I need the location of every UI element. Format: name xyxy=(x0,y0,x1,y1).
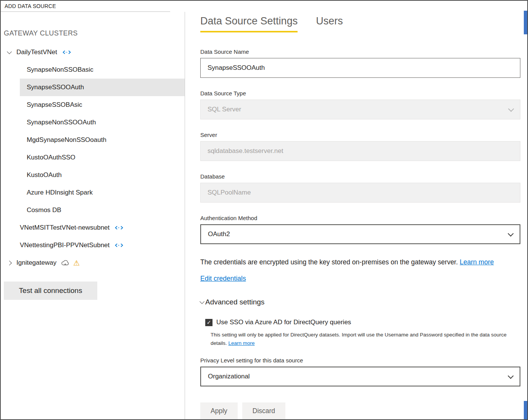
sso-learn-more-link[interactable]: Learn more xyxy=(229,340,255,346)
field-data-source-name: Data Source Name xyxy=(200,48,520,78)
data-source-name-label: Data Source Name xyxy=(200,48,520,55)
datasource-label: KustoOAuth xyxy=(27,171,62,179)
sidebar-item-synapsessooauth[interactable]: SynapseSSOOAuth xyxy=(20,79,185,96)
cluster-label: VNettestingPBI-PPVNetSubnet xyxy=(20,241,109,249)
scrollbar-top-segment[interactable] xyxy=(524,11,527,34)
cluster-label: Ignitegateway xyxy=(16,259,56,267)
sidebar-item-synapsenonssobasic[interactable]: SynapseNonSSOBasic xyxy=(20,61,185,79)
data-source-name-input[interactable] xyxy=(200,58,520,78)
chevron-down-icon[interactable] xyxy=(7,49,12,54)
cluster-label: DailyTestVNet xyxy=(16,48,57,56)
sidebar-item-cosmos-db[interactable]: Cosmos DB xyxy=(20,201,185,219)
gateway-settings-window: ADD DATA SOURCE GATEWAY CLUSTERS DailyTe… xyxy=(0,0,528,420)
field-server: Server sqldatabase.testserver.net xyxy=(200,132,520,161)
database-label: Database xyxy=(200,173,520,180)
scrollbar-bottom-segment[interactable] xyxy=(524,401,527,419)
tab-bar: Data Source Settings Users xyxy=(200,15,520,32)
datasource-label: SynapseSSOOAuth xyxy=(27,84,84,91)
field-authentication-method: Authentication Method OAuth2 xyxy=(200,215,520,244)
vnet-link-icon xyxy=(114,243,124,248)
sso-note: This setting will only be applied for Di… xyxy=(211,331,520,347)
action-buttons: Apply Discard xyxy=(200,402,520,420)
discard-button[interactable]: Discard xyxy=(242,402,285,420)
field-database: Database SQLPoolName xyxy=(200,173,520,203)
field-privacy-level: Privacy Level setting for this data sour… xyxy=(200,357,520,386)
data-source-type-select: SQL Server xyxy=(200,100,520,119)
gateway-clusters-heading: GATEWAY CLUSTERS xyxy=(4,29,185,37)
sidebar-item-azure-hdinsight-spark[interactable]: Azure HDInsight Spark xyxy=(20,184,185,201)
page-title: ADD DATA SOURCE xyxy=(1,1,170,12)
test-all-connections-button[interactable]: Test all connections xyxy=(4,282,97,300)
chevron-down-icon xyxy=(200,299,204,304)
main-panel: Data Source Settings Users Data Source N… xyxy=(200,1,520,420)
chevron-down-icon xyxy=(508,230,514,237)
chevron-down-icon xyxy=(508,373,514,379)
sidebar-item-mgdsynapsenonssooauth[interactable]: MgdSynapseNonSSOoauth xyxy=(20,131,185,149)
data-source-type-value: SQL Server xyxy=(208,106,241,113)
sso-checkbox-row: ✓ Use SSO via Azure AD for DirectQuery q… xyxy=(205,319,520,326)
credentials-note-text: The credentials are encrypted using the … xyxy=(200,258,458,266)
server-value: sqldatabase.testserver.net xyxy=(208,147,283,155)
data-source-type-label: Data Source Type xyxy=(200,90,520,97)
cluster-label: VNetMSITTestVNet-newsubnet xyxy=(20,224,109,232)
chevron-right-icon[interactable] xyxy=(7,261,12,266)
sidebar-item-synapsenonssooauth[interactable]: SynapseNonSSOOAuth xyxy=(20,114,185,131)
database-input: SQLPoolName xyxy=(200,183,520,203)
field-data-source-type: Data Source Type SQL Server xyxy=(200,90,520,119)
sidebar: GATEWAY CLUSTERS DailyTestVNet SynapseNo… xyxy=(1,12,185,419)
sidebar-item-dailytestvnet[interactable]: DailyTestVNet xyxy=(1,43,185,61)
sso-checkbox[interactable]: ✓ xyxy=(205,319,212,326)
sidebar-item-vnetmsittestvnet-newsubnet[interactable]: VNetMSITTestVNet-newsubnet xyxy=(1,219,185,237)
datasource-label: SynapseNonSSOOAuth xyxy=(27,119,96,126)
edit-credentials-link[interactable]: Edit credentials xyxy=(200,275,246,283)
datasource-label: Cosmos DB xyxy=(27,206,61,214)
sidebar-item-vnettestingpbi-ppvnetsubnet[interactable]: VNettestingPBI-PPVNetSubnet xyxy=(1,237,185,254)
chevron-down-icon xyxy=(508,106,514,112)
cloud-gateway-icon xyxy=(61,260,69,266)
authentication-method-select[interactable]: OAuth2 xyxy=(200,224,520,244)
advanced-settings-toggle[interactable]: Advanced settings xyxy=(200,298,520,306)
privacy-level-value: Organizational xyxy=(208,373,250,380)
datasource-label: SynapseSSOBAsic xyxy=(27,101,82,109)
database-value: SQLPoolName xyxy=(208,189,251,196)
sidebar-item-kustooauthsso[interactable]: KustoOAuthSSO xyxy=(20,149,185,166)
tab-users[interactable]: Users xyxy=(316,15,343,32)
vnet-link-icon xyxy=(62,50,71,55)
datasource-label: SynapseNonSSOBasic xyxy=(27,66,93,74)
server-input: sqldatabase.testserver.net xyxy=(200,141,520,161)
sidebar-item-kustooauth[interactable]: KustoOAuth xyxy=(20,166,185,184)
sidebar-item-ignitegateway[interactable]: Ignitegateway ⚠ xyxy=(1,254,185,272)
sidebar-item-synapsessobasic[interactable]: SynapseSSOBAsic xyxy=(20,96,185,114)
credentials-note: The credentials are encrypted using the … xyxy=(200,257,520,267)
privacy-level-label: Privacy Level setting for this data sour… xyxy=(200,357,520,364)
authentication-method-value: OAuth2 xyxy=(208,230,230,238)
advanced-settings-label: Advanced settings xyxy=(205,298,264,306)
apply-button[interactable]: Apply xyxy=(200,402,238,420)
credentials-learn-more-link[interactable]: Learn more xyxy=(460,258,494,266)
privacy-level-select[interactable]: Organizational xyxy=(200,367,520,386)
authentication-method-label: Authentication Method xyxy=(200,215,520,221)
sso-note-text: This setting will only be applied for Di… xyxy=(211,332,507,346)
server-label: Server xyxy=(200,132,520,138)
tab-data-source-settings[interactable]: Data Source Settings xyxy=(200,15,298,32)
vnet-link-icon xyxy=(114,225,124,230)
sso-checkbox-label: Use SSO via Azure AD for DirectQuery que… xyxy=(216,319,351,326)
datasource-label: KustoOAuthSSO xyxy=(27,154,76,161)
datasource-label: Azure HDInsight Spark xyxy=(27,189,93,196)
datasource-label: MgdSynapseNonSSOoauth xyxy=(27,136,106,144)
warning-icon: ⚠ xyxy=(73,259,80,267)
